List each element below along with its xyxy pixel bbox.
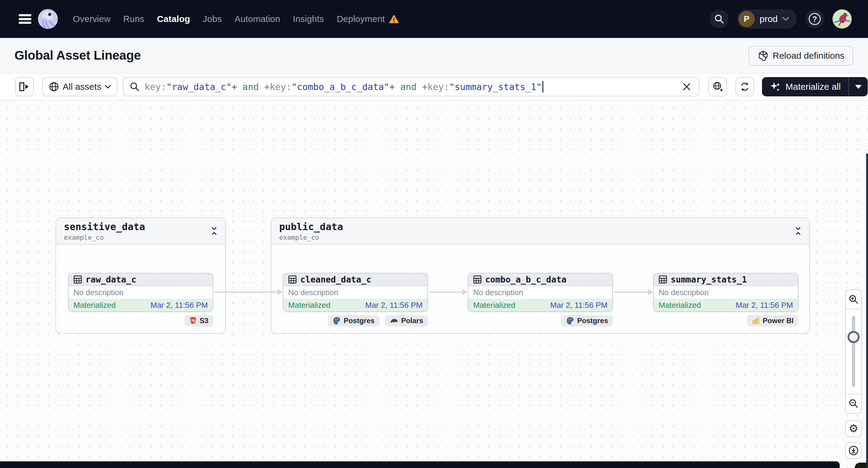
globe-plus-icon — [712, 81, 723, 92]
asset-description: No description — [468, 286, 612, 299]
open-panel-button[interactable] — [15, 77, 34, 96]
help-button[interactable]: ? — [805, 10, 824, 28]
status-badge: Materialized — [73, 301, 116, 310]
status-badge: Materialized — [659, 301, 701, 310]
table-icon — [73, 275, 82, 284]
kind-badge-label: S3 — [200, 316, 209, 325]
zoom-in-button[interactable] — [846, 290, 861, 309]
nav-item-automation[interactable]: Automation — [234, 14, 280, 24]
asset-description: No description — [69, 286, 213, 299]
asset-status-row: Materialized Mar 2, 11:56 PM — [468, 299, 612, 311]
kind-badges-summary-stats-1: Power BI — [747, 315, 799, 326]
help-icon: ? — [809, 13, 821, 25]
asset-status-row: Materialized Mar 2, 11:56 PM — [69, 299, 213, 311]
table-icon — [659, 275, 667, 284]
materialization-timestamp[interactable]: Mar 2, 11:56 PM — [550, 301, 608, 310]
refresh-icon — [739, 81, 750, 92]
asset-name: combo_a_b_c_data — [485, 275, 566, 285]
kind-badge-s3[interactable]: S3 — [185, 315, 213, 326]
zoom-slider-track[interactable] — [852, 316, 855, 387]
refresh-button[interactable] — [736, 77, 754, 96]
kind-badges-raw-data-c: S3 — [185, 315, 213, 326]
collapse-group-icon[interactable] — [795, 226, 801, 236]
asset-description: No description — [654, 286, 798, 299]
download-graph-button[interactable] — [845, 442, 862, 459]
bottom-edge-bar — [0, 461, 840, 468]
asset-node-summary-stats-1[interactable]: summary_stats_1 No description Materiali… — [653, 273, 799, 312]
deployment-name: prod — [760, 14, 778, 24]
deployment-initial-badge: P — [739, 11, 755, 27]
materialize-all-button[interactable]: Materialize all — [762, 77, 848, 96]
kind-badge-powerbi[interactable]: Power BI — [747, 315, 799, 326]
kind-badge-label: Power BI — [763, 316, 794, 325]
edge-arrowhead — [278, 289, 282, 295]
polars-icon — [390, 317, 398, 324]
nav-item-catalog[interactable]: Catalog — [157, 14, 190, 24]
right-edge-strip — [866, 154, 868, 468]
zoom-in-icon — [848, 294, 859, 305]
filter-query-text: key:"raw_data_c"+ and +key:"combo_a_b_c_… — [145, 81, 681, 92]
dagster-logo-icon[interactable] — [37, 8, 58, 30]
materialize-options-button[interactable] — [849, 77, 868, 96]
caret-down-icon — [855, 85, 862, 89]
nav-item-jobs[interactable]: Jobs — [203, 14, 222, 24]
zoom-slider-thumb[interactable] — [847, 331, 860, 343]
asset-node-combo-a-b-c-data[interactable]: combo_a_b_c_data No description Material… — [468, 273, 613, 312]
kind-badge-postgres[interactable]: Postgres — [561, 315, 613, 326]
materialize-all-split-button: Materialize all — [762, 77, 868, 96]
warning-icon — [389, 14, 399, 24]
collapse-group-icon[interactable] — [211, 226, 217, 236]
zoom-out-button[interactable] — [846, 394, 861, 413]
kind-badge-postgres[interactable]: Postgres — [328, 315, 379, 326]
page-header: Global Asset Lineage Reload definitions — [0, 38, 868, 73]
clear-filter-button[interactable] — [681, 81, 693, 93]
nav-menu: Overview Runs Catalog Jobs Automation In… — [73, 14, 399, 24]
menu-icon[interactable] — [19, 14, 31, 24]
sparkles-icon — [770, 81, 781, 92]
asset-description: No description — [283, 286, 427, 299]
materialization-timestamp[interactable]: Mar 2, 11:56 PM — [365, 301, 423, 310]
download-icon — [848, 445, 859, 456]
deployment-switcher[interactable]: P prod — [737, 9, 797, 29]
materialization-timestamp[interactable]: Mar 2, 11:56 PM — [151, 301, 208, 310]
lineage-canvas[interactable]: sensitive_data example_co public_data ex… — [0, 101, 868, 468]
lineage-toolbar: All assets key:"raw_data_c"+ and +key:"c… — [0, 73, 868, 101]
asset-node-cleaned-data-c[interactable]: cleaned_data_c No description Materializ… — [283, 273, 428, 312]
s3-icon — [189, 317, 197, 325]
nav-item-overview[interactable]: Overview — [73, 14, 111, 24]
nav-item-insights[interactable]: Insights — [293, 14, 324, 24]
open-panel-icon — [19, 82, 30, 91]
asset-status-row: Materialized Mar 2, 11:56 PM — [283, 299, 427, 311]
zoom-out-icon — [848, 399, 859, 409]
group-header[interactable]: sensitive_data example_co — [56, 218, 225, 245]
asset-name: summary_stats_1 — [671, 275, 747, 285]
filter-to-graph-button[interactable] — [708, 77, 727, 96]
materialization-timestamp[interactable]: Mar 2, 11:56 PM — [736, 301, 793, 310]
status-badge: Materialized — [473, 301, 515, 310]
reload-definitions-button[interactable]: Reload definitions — [749, 46, 854, 66]
asset-node-raw-data-c[interactable]: raw_data_c No description Materialized M… — [68, 273, 213, 312]
user-avatar[interactable] — [833, 9, 852, 29]
edge-cleaned-to-combo — [429, 291, 463, 293]
nav-right-cluster: P prod ? — [710, 9, 852, 29]
kind-badge-polars[interactable]: Polars — [385, 315, 428, 326]
kind-badge-label: Polars — [401, 316, 423, 325]
nav-item-deployment[interactable]: Deployment — [337, 14, 385, 24]
top-nav: Overview Runs Catalog Jobs Automation In… — [0, 0, 868, 38]
kind-badge-label: Postgres — [577, 316, 608, 325]
chevron-down-icon — [105, 85, 111, 89]
asset-status-row: Materialized Mar 2, 11:56 PM — [654, 299, 798, 311]
reload-cube-icon — [758, 50, 769, 61]
nav-item-runs[interactable]: Runs — [123, 14, 144, 24]
asset-scope-dropdown[interactable]: All assets — [42, 77, 118, 96]
asset-filter-input[interactable]: key:"raw_data_c"+ and +key:"combo_a_b_c_… — [123, 77, 699, 96]
group-header[interactable]: public_data example_co — [271, 218, 809, 245]
zoom-slider[interactable] — [846, 309, 861, 394]
group-location: example_co — [64, 234, 145, 241]
graph-settings-button[interactable]: ⚙ — [845, 420, 862, 437]
status-badge: Materialized — [288, 301, 331, 310]
group-location: example_co — [279, 234, 343, 241]
asset-scope-label: All assets — [63, 82, 101, 92]
search-button[interactable] — [710, 10, 728, 28]
materialize-all-label: Materialize all — [785, 82, 841, 92]
